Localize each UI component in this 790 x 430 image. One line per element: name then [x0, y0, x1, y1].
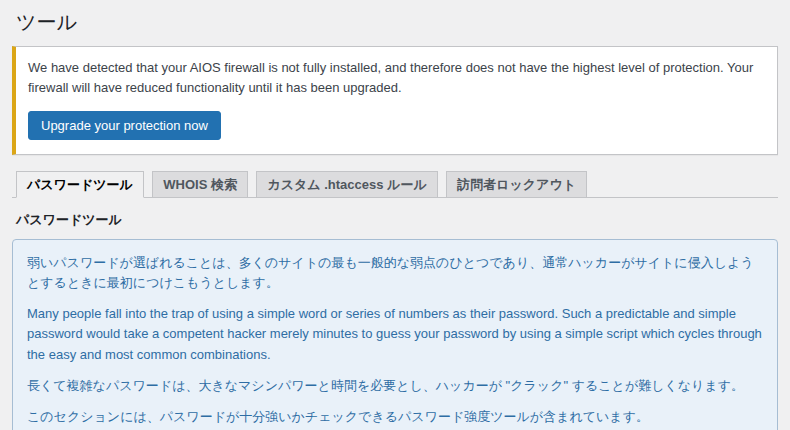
upgrade-protection-button[interactable]: Upgrade your protection now [28, 111, 221, 140]
info-paragraph: 弱いパスワードが選ばれることは、多くのサイトの最も一般的な弱点のひとつであり、通… [27, 253, 763, 293]
info-paragraph: 長くて複雑なパスワードは、大きなマシンパワーと時間を必要とし、ハッカーが "クラ… [27, 376, 763, 396]
info-paragraph: Many people fall into the trap of using … [27, 304, 763, 364]
admin-page: ツール We have detected that your AIOS fire… [0, 0, 790, 430]
tab-visitor-lockout[interactable]: 訪問者ロックアウト [446, 171, 587, 197]
tab-password-tools[interactable]: パスワードツール [16, 171, 144, 198]
firewall-warning-notice: We have detected that your AIOS firewall… [12, 46, 778, 155]
firewall-warning-text: We have detected that your AIOS firewall… [28, 58, 765, 97]
tools-tab-bar: パスワードツール WHOIS 検索 カスタム .htaccess ルール 訪問者… [12, 171, 778, 198]
page-title: ツール [12, 0, 778, 40]
password-info-box: 弱いパスワードが選ばれることは、多くのサイトの最も一般的な弱点のひとつであり、通… [12, 239, 778, 430]
password-tools-heading: パスワードツール [16, 211, 778, 229]
info-paragraph: このセクションには、パスワードが十分強いかチェックできるパスワード強度ツールが含… [27, 407, 763, 427]
tab-whois-lookup[interactable]: WHOIS 検索 [152, 171, 248, 197]
tab-custom-htaccess-rules[interactable]: カスタム .htaccess ルール [256, 171, 437, 197]
